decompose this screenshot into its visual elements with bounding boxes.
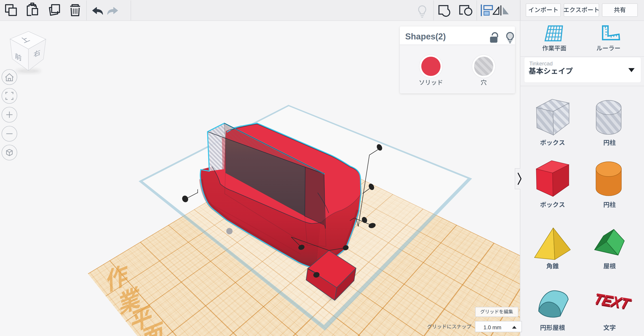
svg-text:TEXT: TEXT bbox=[592, 290, 633, 312]
